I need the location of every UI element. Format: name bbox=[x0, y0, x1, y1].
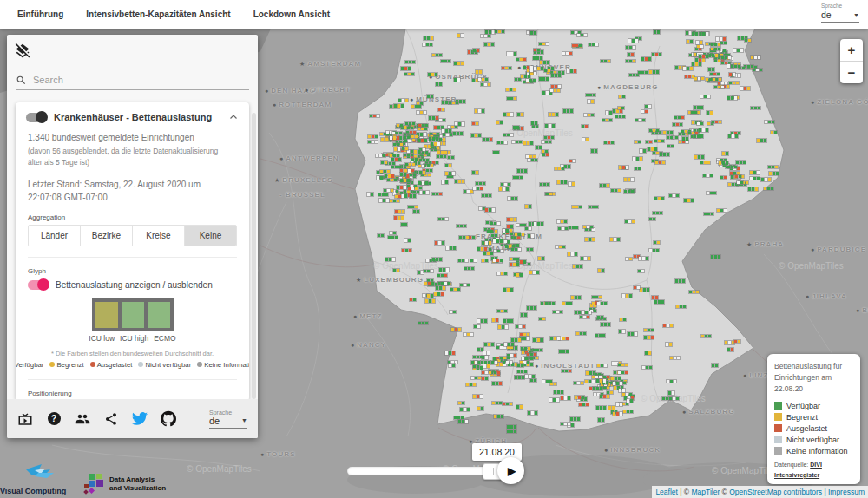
facility-glyph[interactable] bbox=[463, 332, 474, 337]
facility-glyph[interactable] bbox=[506, 424, 517, 429]
facility-glyph[interactable] bbox=[367, 134, 378, 140]
facility-glyph[interactable] bbox=[733, 48, 744, 53]
facility-glyph[interactable] bbox=[641, 109, 648, 115]
facility-glyph[interactable] bbox=[623, 189, 635, 194]
facility-glyph[interactable] bbox=[569, 159, 576, 164]
facility-glyph[interactable] bbox=[396, 123, 404, 128]
facility-glyph[interactable] bbox=[553, 390, 564, 395]
facility-glyph[interactable] bbox=[706, 110, 713, 115]
facility-glyph[interactable] bbox=[393, 147, 401, 152]
facility-glyph[interactable] bbox=[571, 43, 582, 49]
facility-glyph[interactable] bbox=[654, 299, 665, 305]
facility-glyph[interactable] bbox=[599, 183, 610, 188]
facility-glyph[interactable] bbox=[417, 138, 428, 143]
facility-glyph[interactable] bbox=[398, 98, 409, 103]
facility-glyph[interactable] bbox=[404, 60, 416, 65]
facility-glyph[interactable] bbox=[378, 193, 389, 198]
facility-glyph[interactable] bbox=[437, 108, 445, 113]
facility-glyph[interactable] bbox=[516, 363, 524, 368]
facility-glyph[interactable] bbox=[612, 411, 623, 416]
facility-glyph[interactable] bbox=[431, 53, 443, 58]
facility-glyph[interactable] bbox=[418, 123, 429, 128]
facility-glyph[interactable] bbox=[556, 180, 568, 185]
facility-glyph[interactable] bbox=[590, 148, 598, 154]
facility-glyph[interactable] bbox=[700, 334, 712, 339]
facility-glyph[interactable] bbox=[435, 82, 443, 87]
facility-glyph[interactable] bbox=[588, 43, 599, 48]
facility-glyph[interactable] bbox=[566, 69, 577, 74]
facility-glyph[interactable] bbox=[727, 347, 734, 352]
facility-glyph[interactable] bbox=[496, 345, 503, 351]
facility-glyph[interactable] bbox=[661, 396, 673, 402]
facility-glyph[interactable] bbox=[367, 140, 378, 145]
facility-glyph[interactable] bbox=[481, 370, 492, 376]
facility-glyph[interactable] bbox=[481, 376, 489, 381]
facility-glyph[interactable] bbox=[575, 331, 587, 337]
facility-glyph[interactable] bbox=[637, 269, 645, 274]
facility-glyph[interactable] bbox=[400, 222, 408, 227]
facility-glyph[interactable] bbox=[672, 122, 683, 128]
facility-glyph[interactable] bbox=[727, 95, 738, 101]
facility-glyph[interactable] bbox=[696, 44, 704, 49]
facility-glyph[interactable] bbox=[668, 193, 680, 199]
facility-glyph[interactable] bbox=[516, 168, 528, 174]
facility-glyph[interactable] bbox=[503, 287, 514, 292]
facility-glyph[interactable] bbox=[428, 115, 439, 121]
facility-glyph[interactable] bbox=[694, 76, 705, 82]
facility-glyph[interactable] bbox=[484, 207, 496, 213]
facility-glyph[interactable] bbox=[524, 226, 532, 232]
facility-glyph[interactable] bbox=[436, 154, 447, 160]
facility-glyph[interactable] bbox=[560, 422, 571, 427]
facility-glyph[interactable] bbox=[456, 224, 467, 229]
facility-glyph[interactable] bbox=[409, 298, 417, 303]
facility-glyph[interactable] bbox=[452, 131, 464, 136]
facility-glyph[interactable] bbox=[763, 187, 774, 192]
facility-glyph[interactable] bbox=[770, 130, 778, 135]
facility-glyph[interactable] bbox=[730, 64, 741, 69]
panel-scrollbar[interactable] bbox=[252, 113, 256, 399]
facility-glyph[interactable] bbox=[592, 386, 603, 391]
facility-glyph[interactable] bbox=[516, 272, 523, 278]
twitter-icon[interactable] bbox=[132, 411, 148, 427]
facility-glyph[interactable] bbox=[568, 181, 575, 187]
facility-glyph[interactable] bbox=[459, 283, 470, 288]
facility-glyph[interactable] bbox=[545, 192, 553, 197]
facility-glyph[interactable] bbox=[448, 101, 459, 106]
facility-glyph[interactable] bbox=[641, 56, 652, 62]
facility-glyph[interactable] bbox=[632, 156, 643, 161]
facility-glyph[interactable] bbox=[426, 293, 434, 298]
facility-glyph[interactable] bbox=[471, 170, 479, 175]
glyph-visibility-toggle[interactable] bbox=[28, 280, 48, 290]
facility-glyph[interactable] bbox=[674, 115, 685, 121]
facility-glyph[interactable] bbox=[501, 66, 512, 71]
facility-glyph[interactable] bbox=[669, 356, 681, 361]
facility-glyph[interactable] bbox=[681, 136, 689, 141]
facility-glyph[interactable] bbox=[654, 196, 665, 201]
facility-glyph[interactable] bbox=[380, 160, 388, 165]
facility-glyph[interactable] bbox=[447, 155, 455, 161]
facility-glyph[interactable] bbox=[556, 219, 568, 224]
facility-glyph[interactable] bbox=[389, 154, 400, 159]
facility-glyph[interactable] bbox=[588, 205, 599, 210]
facility-glyph[interactable] bbox=[533, 221, 544, 226]
facility-glyph[interactable] bbox=[523, 141, 534, 146]
facility-glyph[interactable] bbox=[505, 88, 516, 93]
facility-glyph[interactable] bbox=[412, 190, 420, 195]
facility-glyph[interactable] bbox=[536, 337, 544, 343]
facility-glyph[interactable] bbox=[688, 290, 700, 295]
timeline-play-button[interactable]: ▶ bbox=[497, 457, 524, 484]
facility-glyph[interactable] bbox=[366, 192, 374, 197]
facility-glyph[interactable] bbox=[707, 53, 719, 58]
facility-glyph[interactable] bbox=[403, 135, 411, 141]
facility-glyph[interactable] bbox=[558, 349, 569, 354]
facility-glyph[interactable] bbox=[457, 419, 469, 424]
facility-glyph[interactable] bbox=[393, 215, 404, 220]
facility-glyph[interactable] bbox=[394, 209, 405, 214]
facility-glyph[interactable] bbox=[574, 395, 585, 400]
layer-toggle[interactable] bbox=[26, 113, 46, 122]
facility-glyph[interactable] bbox=[735, 160, 746, 165]
facility-glyph[interactable] bbox=[557, 226, 569, 232]
video-tutorial-icon[interactable] bbox=[17, 411, 33, 427]
facility-glyph[interactable] bbox=[675, 305, 687, 310]
facility-glyph[interactable] bbox=[453, 61, 464, 66]
